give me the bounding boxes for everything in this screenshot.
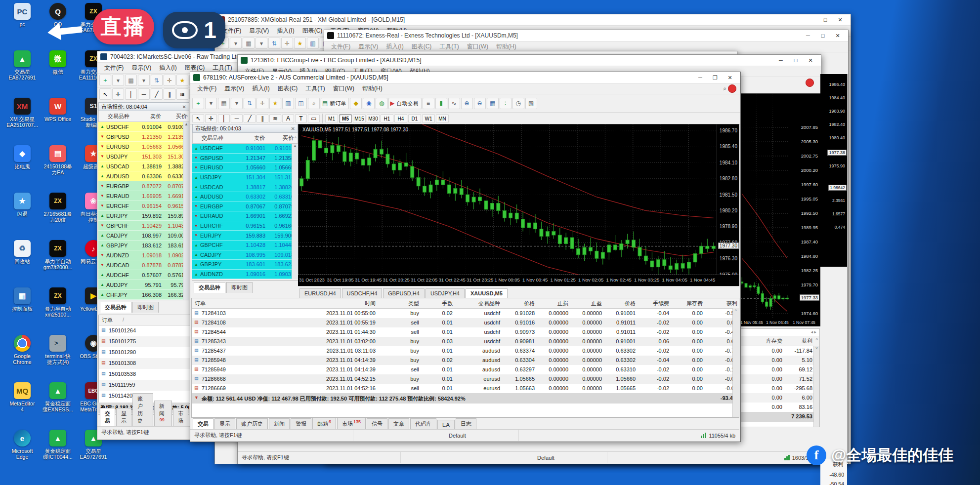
maximize-button[interactable]: ❐ xyxy=(708,73,723,82)
toolbar-button[interactable]: ▧ xyxy=(525,98,537,109)
linetool-button[interactable]: ∥ xyxy=(164,88,175,100)
market-watch-row-gbpjpy[interactable]: ▲GBPJPY183.601183.623 xyxy=(192,260,298,270)
market-watch-row-eurgbp[interactable]: ▼EURGBP0.870670.87079 xyxy=(192,202,298,212)
tab-账户历史[interactable]: 账户历史 xyxy=(132,393,153,426)
column-ask[interactable]: 买价 xyxy=(283,134,294,142)
market-watch-row-euraud[interactable]: ▼EURAUD1.669011.66922 xyxy=(192,211,298,221)
menu-item[interactable]: 帮助(H) xyxy=(358,84,386,93)
market-watch-row-audcad[interactable]: ▼AUDCAD0.878780.87879 xyxy=(98,260,189,270)
trade-row[interactable]: ▤712866682023.11.01 04:52:15buy0.01eurus… xyxy=(192,374,739,384)
notification-dot[interactable] xyxy=(728,84,736,93)
panel-row[interactable]: 0.00-117.84 xyxy=(740,346,819,356)
menu-item[interactable]: 显示(V) xyxy=(128,63,155,73)
column-10[interactable]: 获利 xyxy=(693,300,737,307)
toolbar-button[interactable]: ✛ xyxy=(164,75,175,86)
toolbar-button[interactable]: ⇅ xyxy=(151,75,163,86)
panel-row[interactable]: 0.00-295.68 xyxy=(740,384,819,393)
toolbar-button[interactable]: ◫ xyxy=(295,98,307,109)
linetool-button[interactable]: ∥ xyxy=(256,114,268,123)
market-watch-row-euraud[interactable]: ▼EURAUD1.669051.66914 xyxy=(98,191,189,201)
linetool-button[interactable]: ↖ xyxy=(99,88,111,100)
order-row[interactable]: ▤150101308 xyxy=(99,358,190,369)
toolbar-button[interactable]: ⇅ xyxy=(268,38,280,49)
trade-row[interactable]: ▤712854372023.11.01 03:11:03buy0.01audus… xyxy=(192,346,739,356)
linetool-button[interactable]: ─ xyxy=(231,114,243,123)
market-watch-row-eurjpy[interactable]: ▲EURJPY159.892159.895 xyxy=(98,211,189,221)
toolbar-button[interactable]: ⊖ xyxy=(474,98,486,109)
search-icon[interactable]: ⌕ xyxy=(723,85,726,92)
nav-arrows[interactable]: ◂ ▸ xyxy=(810,329,816,334)
linetool-button[interactable]: │ xyxy=(218,114,230,123)
menu-item[interactable]: 工具(T) xyxy=(301,84,329,93)
linetool-button[interactable]: ↖ xyxy=(192,114,204,123)
panel-row[interactable]: 0.005.10 xyxy=(740,356,819,365)
desktop-icon-控制面板[interactable]: ▦控制面板 xyxy=(5,287,40,312)
market-watch-row-usdcad[interactable]: ▲USDCAD1.388191.38822 xyxy=(98,162,189,171)
toolbar-button[interactable]: ✛ xyxy=(256,98,268,109)
desktop-icon-交易星-ea8727691[interactable]: ▲交易星 EA8727691 xyxy=(5,50,40,81)
market-watch-row-gbpchf[interactable]: ▼GBPCHF1.104291.10438 xyxy=(98,221,189,231)
desktop-icon-microsoft-edge[interactable]: eMicrosoft Edge xyxy=(5,430,40,460)
market-watch-title[interactable]: 市场报价: 05:04:03✕ xyxy=(192,124,298,133)
market-watch-row-chfjpy[interactable]: ▲CHFJPY166.308166.323 xyxy=(98,290,189,300)
tab-代码库[interactable]: 代码库 xyxy=(410,418,436,429)
menu-item[interactable]: 文件(F) xyxy=(193,84,220,93)
linetool-button[interactable]: ─ xyxy=(138,88,150,100)
market-watch-row-gbpusd[interactable]: ▼GBPUSD1.213501.21350 xyxy=(98,132,189,142)
menu-item[interactable]: 图表(C) xyxy=(274,84,302,93)
desktop-icon-暴力半自动-gm7/t2000...[interactable]: ZX暴力半自动 gm7/t2000... xyxy=(41,240,75,270)
desktop-icon-pc[interactable]: PCpc xyxy=(5,3,40,27)
timeframe-button-M15[interactable]: M15 xyxy=(353,114,366,123)
tab-文章[interactable]: 文章 xyxy=(388,418,409,429)
chart-tab-GBPUSD,H4[interactable]: GBPUSD,H4 xyxy=(383,288,425,298)
market-watch-row-usdchf[interactable]: ▲USDCHF0.910010.91011 xyxy=(192,144,298,154)
market-watch-row-audusd[interactable]: ▲AUDUSD0.633060.63306 xyxy=(98,171,189,181)
toolbar-button[interactable]: ▥ xyxy=(307,38,319,49)
toolbar-button[interactable]: ▦ xyxy=(487,98,499,109)
column-swap[interactable]: 库存费 xyxy=(766,337,782,345)
close-button[interactable]: ✕ xyxy=(723,73,737,82)
toolbar-button[interactable]: ▾ xyxy=(231,98,243,109)
order-row[interactable]: ▤150103538 xyxy=(99,369,190,380)
linetool-button[interactable]: ╱ xyxy=(244,114,256,123)
market-watch-row-usdcad[interactable]: ▲USDCAD1.388171.38826 xyxy=(192,182,298,192)
column-profit[interactable]: 获利 xyxy=(802,337,812,345)
maximize-button[interactable]: □ xyxy=(788,56,803,65)
timeframe-button-D1[interactable]: D1 xyxy=(408,114,421,123)
tab-交易[interactable]: 交易 xyxy=(100,408,115,426)
tab-账户历史[interactable]: 账户历史 xyxy=(236,418,268,429)
tab-即时图[interactable]: 即时图 xyxy=(132,302,159,313)
column-order[interactable]: 订单 xyxy=(195,300,206,307)
column-ask[interactable]: 买价 xyxy=(176,113,187,120)
toolbar-button[interactable]: ◍ xyxy=(376,98,387,109)
toolbar-button[interactable]: ◆ xyxy=(350,98,362,109)
tab-市场[interactable]: 市场135 xyxy=(337,417,366,429)
menu-item[interactable]: 窗口(W) xyxy=(463,42,492,51)
desktop-icon-回收站[interactable]: ♻回收站 xyxy=(5,240,40,264)
linetool-button[interactable]: ╱ xyxy=(151,88,163,100)
tab-显示[interactable]: 显示 xyxy=(116,408,131,426)
toolbar-button[interactable]: ★ xyxy=(294,38,306,49)
tab-信号[interactable]: 信号 xyxy=(367,418,387,429)
scrollbar[interactable]: ^ xyxy=(732,308,739,417)
desktop-icon-闪退[interactable]: ★闪退 xyxy=(5,193,40,217)
market-watch-row-cadjpy[interactable]: ▲CADJPY108.997109.003 xyxy=(98,231,189,241)
column-symbol[interactable]: 交易品种 xyxy=(99,113,129,120)
tab-即时图[interactable]: 即时图 xyxy=(226,282,253,293)
market-watch-row-audnzd[interactable]: ▼AUDNZD1.090181.09023 xyxy=(98,250,189,260)
trade-row[interactable]: ▤712859492023.11.01 04:14:39sell0.01audu… xyxy=(192,365,739,374)
market-watch-row-gbpusd[interactable]: ▼GBPUSD1.213471.21358 xyxy=(192,154,298,163)
timeframe-button-M30[interactable]: M30 xyxy=(367,114,380,123)
trade-row[interactable]: ▤712841032023.11.01 00:55:00buy0.02usdch… xyxy=(192,309,739,318)
trade-row[interactable]: ▤712845442023.11.01 01:44:30sell0.01usdc… xyxy=(192,327,739,337)
menu-item[interactable]: 显示(V) xyxy=(220,84,248,93)
linetool-button[interactable]: T xyxy=(295,114,307,123)
titlebar-xm[interactable]: 251057885: XMGlobal-Real 251 - XM Global… xyxy=(215,14,851,26)
menu-item[interactable]: 文件(F) xyxy=(100,63,128,73)
market-watch-row-eurchf[interactable]: ▼EURCHF0.961510.96166 xyxy=(192,221,298,231)
order-row[interactable]: ▤150101290 xyxy=(99,347,190,358)
menu-item[interactable]: 插入(I) xyxy=(273,26,298,36)
menu-item[interactable]: 插入(I) xyxy=(248,84,273,93)
order-row[interactable]: ▤150101264 xyxy=(99,325,190,336)
tab-显示[interactable]: 显示 xyxy=(214,418,235,429)
